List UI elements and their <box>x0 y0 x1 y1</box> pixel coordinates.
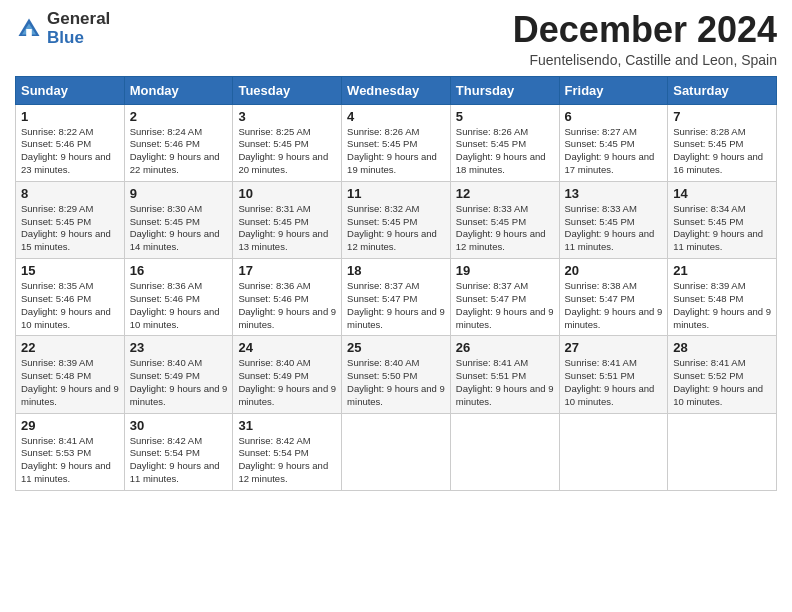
calendar-row: 15Sunrise: 8:35 AMSunset: 5:46 PMDayligh… <box>16 259 777 336</box>
table-row: 9Sunrise: 8:30 AMSunset: 5:45 PMDaylight… <box>124 181 233 258</box>
table-row: 20Sunrise: 8:38 AMSunset: 5:47 PMDayligh… <box>559 259 668 336</box>
table-row: 7Sunrise: 8:28 AMSunset: 5:45 PMDaylight… <box>668 104 777 181</box>
table-row: 27Sunrise: 8:41 AMSunset: 5:51 PMDayligh… <box>559 336 668 413</box>
cell-info: Sunrise: 8:35 AMSunset: 5:46 PMDaylight:… <box>21 280 119 331</box>
day-number: 14 <box>673 186 771 201</box>
table-row: 19Sunrise: 8:37 AMSunset: 5:47 PMDayligh… <box>450 259 559 336</box>
day-number: 21 <box>673 263 771 278</box>
cell-info: Sunrise: 8:31 AMSunset: 5:45 PMDaylight:… <box>238 203 336 254</box>
table-row: 22Sunrise: 8:39 AMSunset: 5:48 PMDayligh… <box>16 336 125 413</box>
table-row <box>668 413 777 490</box>
cell-info: Sunrise: 8:26 AMSunset: 5:45 PMDaylight:… <box>347 126 445 177</box>
logo: General Blue <box>15 10 110 47</box>
day-number: 26 <box>456 340 554 355</box>
cell-info: Sunrise: 8:30 AMSunset: 5:45 PMDaylight:… <box>130 203 228 254</box>
svg-rect-2 <box>26 29 32 36</box>
table-row: 29Sunrise: 8:41 AMSunset: 5:53 PMDayligh… <box>16 413 125 490</box>
table-row: 24Sunrise: 8:40 AMSunset: 5:49 PMDayligh… <box>233 336 342 413</box>
cell-info: Sunrise: 8:42 AMSunset: 5:54 PMDaylight:… <box>238 435 336 486</box>
day-number: 19 <box>456 263 554 278</box>
day-number: 22 <box>21 340 119 355</box>
cell-info: Sunrise: 8:22 AMSunset: 5:46 PMDaylight:… <box>21 126 119 177</box>
calendar-header-row: Sunday Monday Tuesday Wednesday Thursday… <box>16 76 777 104</box>
day-number: 11 <box>347 186 445 201</box>
page: General Blue December 2024 Fuentelisendo… <box>0 0 792 612</box>
cell-info: Sunrise: 8:24 AMSunset: 5:46 PMDaylight:… <box>130 126 228 177</box>
day-number: 27 <box>565 340 663 355</box>
calendar-row: 1Sunrise: 8:22 AMSunset: 5:46 PMDaylight… <box>16 104 777 181</box>
day-number: 18 <box>347 263 445 278</box>
table-row: 31Sunrise: 8:42 AMSunset: 5:54 PMDayligh… <box>233 413 342 490</box>
cell-info: Sunrise: 8:29 AMSunset: 5:45 PMDaylight:… <box>21 203 119 254</box>
day-number: 16 <box>130 263 228 278</box>
table-row: 21Sunrise: 8:39 AMSunset: 5:48 PMDayligh… <box>668 259 777 336</box>
day-number: 29 <box>21 418 119 433</box>
table-row: 5Sunrise: 8:26 AMSunset: 5:45 PMDaylight… <box>450 104 559 181</box>
day-number: 20 <box>565 263 663 278</box>
table-row: 30Sunrise: 8:42 AMSunset: 5:54 PMDayligh… <box>124 413 233 490</box>
table-row <box>450 413 559 490</box>
table-row: 28Sunrise: 8:41 AMSunset: 5:52 PMDayligh… <box>668 336 777 413</box>
table-row: 13Sunrise: 8:33 AMSunset: 5:45 PMDayligh… <box>559 181 668 258</box>
day-number: 6 <box>565 109 663 124</box>
day-number: 28 <box>673 340 771 355</box>
cell-info: Sunrise: 8:41 AMSunset: 5:51 PMDaylight:… <box>565 357 663 408</box>
table-row: 12Sunrise: 8:33 AMSunset: 5:45 PMDayligh… <box>450 181 559 258</box>
day-number: 3 <box>238 109 336 124</box>
location-title: Fuentelisendo, Castille and Leon, Spain <box>513 52 777 68</box>
logo-blue: Blue <box>47 29 110 48</box>
title-section: December 2024 Fuentelisendo, Castille an… <box>513 10 777 68</box>
table-row: 1Sunrise: 8:22 AMSunset: 5:46 PMDaylight… <box>16 104 125 181</box>
day-number: 10 <box>238 186 336 201</box>
table-row: 3Sunrise: 8:25 AMSunset: 5:45 PMDaylight… <box>233 104 342 181</box>
table-row: 18Sunrise: 8:37 AMSunset: 5:47 PMDayligh… <box>342 259 451 336</box>
cell-info: Sunrise: 8:33 AMSunset: 5:45 PMDaylight:… <box>565 203 663 254</box>
col-thursday: Thursday <box>450 76 559 104</box>
table-row: 6Sunrise: 8:27 AMSunset: 5:45 PMDaylight… <box>559 104 668 181</box>
table-row: 15Sunrise: 8:35 AMSunset: 5:46 PMDayligh… <box>16 259 125 336</box>
cell-info: Sunrise: 8:32 AMSunset: 5:45 PMDaylight:… <box>347 203 445 254</box>
cell-info: Sunrise: 8:39 AMSunset: 5:48 PMDaylight:… <box>21 357 119 408</box>
day-number: 1 <box>21 109 119 124</box>
cell-info: Sunrise: 8:28 AMSunset: 5:45 PMDaylight:… <box>673 126 771 177</box>
day-number: 13 <box>565 186 663 201</box>
table-row: 11Sunrise: 8:32 AMSunset: 5:45 PMDayligh… <box>342 181 451 258</box>
day-number: 30 <box>130 418 228 433</box>
cell-info: Sunrise: 8:40 AMSunset: 5:50 PMDaylight:… <box>347 357 445 408</box>
table-row <box>559 413 668 490</box>
cell-info: Sunrise: 8:36 AMSunset: 5:46 PMDaylight:… <box>130 280 228 331</box>
cell-info: Sunrise: 8:38 AMSunset: 5:47 PMDaylight:… <box>565 280 663 331</box>
cell-info: Sunrise: 8:37 AMSunset: 5:47 PMDaylight:… <box>456 280 554 331</box>
table-row: 14Sunrise: 8:34 AMSunset: 5:45 PMDayligh… <box>668 181 777 258</box>
cell-info: Sunrise: 8:40 AMSunset: 5:49 PMDaylight:… <box>130 357 228 408</box>
day-number: 9 <box>130 186 228 201</box>
table-row: 4Sunrise: 8:26 AMSunset: 5:45 PMDaylight… <box>342 104 451 181</box>
cell-info: Sunrise: 8:27 AMSunset: 5:45 PMDaylight:… <box>565 126 663 177</box>
day-number: 8 <box>21 186 119 201</box>
cell-info: Sunrise: 8:26 AMSunset: 5:45 PMDaylight:… <box>456 126 554 177</box>
table-row: 16Sunrise: 8:36 AMSunset: 5:46 PMDayligh… <box>124 259 233 336</box>
calendar-row: 8Sunrise: 8:29 AMSunset: 5:45 PMDaylight… <box>16 181 777 258</box>
day-number: 17 <box>238 263 336 278</box>
cell-info: Sunrise: 8:41 AMSunset: 5:53 PMDaylight:… <box>21 435 119 486</box>
day-number: 2 <box>130 109 228 124</box>
table-row: 26Sunrise: 8:41 AMSunset: 5:51 PMDayligh… <box>450 336 559 413</box>
table-row: 10Sunrise: 8:31 AMSunset: 5:45 PMDayligh… <box>233 181 342 258</box>
day-number: 23 <box>130 340 228 355</box>
logo-text: General Blue <box>47 10 110 47</box>
cell-info: Sunrise: 8:37 AMSunset: 5:47 PMDaylight:… <box>347 280 445 331</box>
cell-info: Sunrise: 8:41 AMSunset: 5:51 PMDaylight:… <box>456 357 554 408</box>
day-number: 25 <box>347 340 445 355</box>
day-number: 31 <box>238 418 336 433</box>
table-row: 23Sunrise: 8:40 AMSunset: 5:49 PMDayligh… <box>124 336 233 413</box>
col-wednesday: Wednesday <box>342 76 451 104</box>
day-number: 15 <box>21 263 119 278</box>
col-tuesday: Tuesday <box>233 76 342 104</box>
calendar-table: Sunday Monday Tuesday Wednesday Thursday… <box>15 76 777 491</box>
logo-general: General <box>47 10 110 29</box>
col-saturday: Saturday <box>668 76 777 104</box>
month-title: December 2024 <box>513 10 777 50</box>
cell-info: Sunrise: 8:33 AMSunset: 5:45 PMDaylight:… <box>456 203 554 254</box>
cell-info: Sunrise: 8:39 AMSunset: 5:48 PMDaylight:… <box>673 280 771 331</box>
cell-info: Sunrise: 8:42 AMSunset: 5:54 PMDaylight:… <box>130 435 228 486</box>
